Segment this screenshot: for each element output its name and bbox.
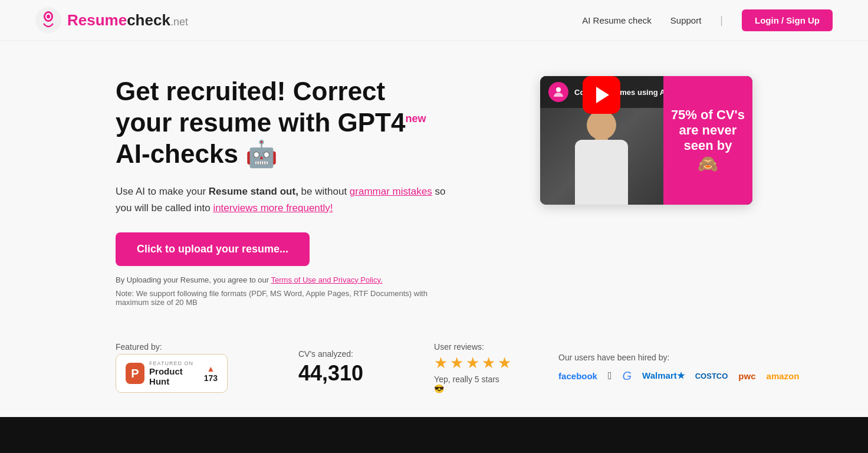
ph-name: Product Hunt [149, 366, 199, 386]
hero-section: Get recruited! Correct your resume with … [80, 41, 788, 330]
logo[interactable]: Resumecheck.net [35, 7, 188, 33]
user-reviews-block: User reviews: ★ ★ ★ ★ ★ Yep, really 5 st… [434, 342, 535, 393]
terms-link[interactable]: Terms of Use and Privacy Policy. [271, 275, 383, 284]
star-2: ★ [450, 354, 463, 372]
nav-ai-resume-check[interactable]: AI Resume check [582, 15, 652, 25]
ph-upvote-arrow: ▲ [206, 364, 215, 373]
video-person [540, 102, 663, 205]
svg-point-3 [47, 15, 50, 19]
video-thumbnail[interactable]: Correct resumes using AI powered... ⋮ 75… [540, 76, 752, 205]
logo-icon [35, 7, 61, 33]
hired-section: Our users have been hired by: facebook … [558, 353, 799, 383]
overlay-line1: 75% of CV's [671, 107, 745, 122]
nav-support[interactable]: Support [670, 15, 702, 25]
product-hunt-badge[interactable]: P FEATURED ON Product Hunt ▲ 173 [116, 354, 228, 393]
ph-featured-label: FEATURED ON [149, 360, 199, 366]
login-button[interactable]: Login / Sign Up [742, 9, 833, 31]
stars-row: ★ ★ ★ ★ ★ [434, 354, 511, 372]
ph-votes: ▲ 173 [204, 364, 218, 383]
hero-description: Use AI to make your Resume stand out, be… [116, 183, 446, 215]
cvs-value: 44,310 [298, 361, 363, 386]
costco-logo: COSTCO [695, 372, 728, 380]
person-shape [566, 110, 637, 205]
title-part1: Get recruited! Correct your resume with … [116, 77, 405, 137]
video-overlay: 75% of CV's are never seen by 🙈 [663, 76, 752, 205]
stats-section: Featured by: P FEATURED ON Product Hunt … [80, 330, 788, 417]
star-4: ★ [482, 354, 495, 372]
formats-text: Note: We support following file formats … [116, 289, 446, 307]
featured-by-block: Featured by: P FEATURED ON Product Hunt … [116, 342, 251, 393]
interviews-link[interactable]: interviews more frequently! [213, 202, 333, 214]
star-1: ★ [434, 354, 448, 372]
cvs-label: CV's analyzed: [298, 349, 363, 359]
cvs-analyzed-block: CV's analyzed: 44,310 [298, 349, 387, 386]
overlay-line2: are never [679, 123, 737, 137]
overlay-emoji: 🙈 [698, 155, 718, 173]
person-body [575, 140, 628, 205]
terms-text: By Uploading your Resume, you agree to o… [116, 275, 446, 284]
facebook-logo: facebook [558, 371, 597, 381]
video-overlay-text: 75% of CV's are never seen by 🙈 [671, 107, 745, 174]
ph-text: FEATURED ON Product Hunt [149, 360, 199, 386]
product-hunt-icon: P [126, 363, 144, 384]
ph-vote-count: 173 [204, 373, 218, 383]
star-3: ★ [466, 354, 479, 372]
grammar-mistakes-link[interactable]: grammar mistakes [350, 186, 432, 197]
star-5: ★ [498, 354, 511, 372]
title-part2: AI-checks 🤖 [116, 139, 278, 168]
hired-label: Our users have been hired by: [558, 353, 799, 362]
pwc-logo: pwc [738, 371, 755, 381]
hero-title: Get recruited! Correct your resume with … [116, 76, 446, 169]
svg-point-4 [556, 87, 561, 92]
title-sup: new [405, 113, 426, 124]
logo-text: Resumecheck.net [67, 11, 188, 29]
overlay-line3: seen by [683, 138, 732, 153]
featured-by-label: Featured by: [116, 342, 228, 352]
ph-p-letter: P [131, 367, 139, 380]
play-icon [596, 87, 609, 103]
amazon-logo: amazon [767, 371, 800, 381]
nav-links: AI Resume check Support | Login / Sign U… [582, 9, 833, 31]
dark-section: Make sure your resume stands out for the… [0, 417, 868, 453]
navbar: Resumecheck.net AI Resume check Support … [0, 0, 868, 41]
hero-right: Correct resumes using AI powered... ⋮ 75… [540, 76, 752, 205]
person-head [587, 110, 616, 140]
video-avatar [548, 82, 568, 102]
hired-logos: facebook  G Walmart★ COSTCO pwc amazon [558, 369, 799, 383]
walmart-logo: Walmart★ [642, 370, 685, 381]
video-play-button[interactable] [583, 76, 620, 114]
resume-standout-text: Resume stand out, [209, 186, 298, 197]
nav-divider: | [720, 14, 723, 27]
upload-resume-button[interactable]: Click to upload your resume... [116, 232, 310, 266]
reviews-label: User reviews: [434, 342, 511, 352]
reviews-sub: Yep, really 5 stars 😎 [434, 375, 511, 393]
hero-left: Get recruited! Correct your resume with … [116, 76, 446, 307]
google-logo: G [623, 369, 632, 383]
apple-logo:  [608, 370, 612, 382]
